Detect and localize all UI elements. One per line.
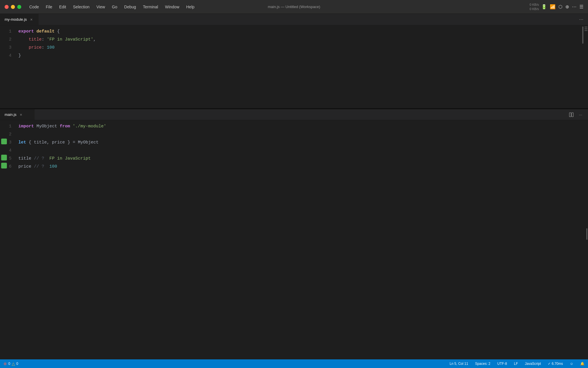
maximize-button[interactable] (17, 5, 21, 9)
menu-terminal[interactable]: Terminal (140, 5, 162, 9)
split-icon (569, 112, 574, 117)
gutter-icon-line6 (1, 163, 7, 168)
minimap-line-2 (585, 28, 587, 29)
var-myobject: MyObject (36, 122, 57, 131)
menu-file[interactable]: File (42, 5, 56, 9)
menu-go[interactable]: Go (109, 5, 121, 9)
prop-title: title (29, 36, 42, 44)
ans-title-val: FP in JavaScript (49, 155, 91, 163)
b-line-num-1: 1 (0, 122, 11, 131)
error-count: 0 (8, 362, 10, 366)
menu-help[interactable]: Help (183, 5, 198, 9)
status-errors[interactable]: ⊗ 0 △ 0 (0, 359, 22, 368)
menu-debug[interactable]: Debug (121, 5, 140, 9)
comment-q-5: // ? (34, 155, 44, 163)
top-code-content[interactable]: export default { title : 'FP in JavaScri… (16, 25, 580, 108)
gutter-icon-line3 (1, 139, 7, 144)
status-right: Ln 5, Col 11 Spaces: 2 UTF-8 LF JavaScri… (446, 359, 588, 368)
menu-window[interactable]: Window (162, 5, 183, 9)
b-code-line-2 (18, 131, 584, 139)
str-fp-in-js: 'FP in JavaScript' (47, 36, 93, 44)
bottom-scrollbar (584, 120, 588, 348)
line-num-2: 2 (0, 36, 11, 44)
brace-open: { (57, 28, 60, 36)
menu-selection[interactable]: Selection (69, 5, 93, 9)
num-100-top: 100 (47, 44, 55, 52)
tab-my-module[interactable]: my-module.js × (0, 14, 38, 25)
top-tab-bar: my-module.js × ··· (0, 14, 588, 25)
tab-main-js[interactable]: main.js × (0, 109, 34, 120)
tab-my-module-close[interactable]: × (29, 17, 34, 22)
title-bar-left: Code File Edit Selection View Go Debug T… (0, 5, 198, 9)
b-line-num-2: 2 (0, 131, 11, 139)
top-pane-more[interactable]: ··· (575, 16, 588, 22)
minimap-line-3 (585, 30, 587, 31)
bottom-code-content[interactable]: import MyObject from './my-module' let {… (16, 120, 584, 348)
status-bell[interactable]: 🔔 (577, 359, 588, 368)
top-minimap (584, 25, 588, 108)
status-encoding[interactable]: UTF-8 (494, 359, 510, 368)
var-myobject-ref: MyObject (78, 139, 98, 147)
extra-icon: ⋯ (572, 4, 577, 9)
code-line-2: title : 'FP in JavaScript' , (18, 36, 580, 44)
window-title: main.js — Untitled (Workspace) (268, 5, 320, 9)
bottom-line-numbers: 1 2 3 4 5 6 (0, 120, 16, 348)
network-down: 0 KB/s (530, 7, 539, 11)
brace-close: } (18, 52, 21, 60)
bottom-pane-more[interactable]: ··· (577, 111, 585, 119)
tab-main-js-close[interactable]: × (19, 112, 23, 117)
top-minimap-thumb (582, 26, 583, 44)
bottom-tab-bar: main.js × ··· (0, 109, 588, 120)
svg-rect-0 (569, 113, 571, 117)
bottom-editor-pane: 1 2 3 4 5 6 import MyObject from './my-m… (0, 120, 588, 348)
status-bar: ⊗ 0 △ 0 Ln 5, Col 11 Spaces: 2 UTF-8 LF … (0, 359, 588, 368)
menu-code[interactable]: Code (26, 5, 42, 9)
svg-rect-1 (572, 113, 573, 117)
split-editor-button[interactable] (567, 111, 575, 119)
b-code-line-3: let { title , price } = MyObject (18, 139, 584, 147)
status-line-ending[interactable]: LF (510, 359, 521, 368)
line-num-4: 4 (0, 52, 11, 60)
menu-view[interactable]: View (93, 5, 109, 9)
status-left: ⊗ 0 △ 0 (0, 359, 22, 368)
minimap-line-1 (585, 26, 587, 28)
top-scrollbar-area (580, 25, 584, 108)
airdrop-icon: ⊕ (565, 4, 569, 9)
top-editor-pane: 1 2 3 4 export default { title : 'FP in … (0, 25, 588, 109)
kw-let: let (18, 139, 26, 147)
bottom-scroll-thumb (586, 228, 587, 240)
status-cursor-pos[interactable]: Ln 5, Col 11 (446, 359, 472, 368)
status-language[interactable]: JavaScript (521, 359, 544, 368)
var-title-ref: title (18, 155, 31, 163)
pane-actions: ··· (567, 111, 588, 119)
wifi-icon: 📶 (550, 4, 556, 9)
code-line-1: export default { (18, 28, 580, 36)
str-module-path: './my-module' (73, 122, 106, 131)
tab-main-js-label: main.js (5, 112, 16, 117)
b-code-line-6: price // ? 100 (18, 163, 584, 171)
line-num-1: 1 (0, 28, 11, 36)
kw-import: import (18, 122, 34, 131)
var-price: price (52, 139, 65, 147)
bluetooth-icon: ⬡ (558, 4, 562, 9)
title-bar: Code File Edit Selection View Go Debug T… (0, 0, 588, 14)
network-info: 0 KB/s 0 KB/s (530, 3, 539, 11)
gutter-icon-line5 (1, 155, 7, 160)
tab-my-module-label: my-module.js (5, 17, 27, 22)
system-icons: 🔋 📶 ⬡ ⊕ ⋯ ☰ (541, 4, 583, 9)
status-spaces[interactable]: Spaces: 2 (472, 359, 494, 368)
b-line-num-4: 4 (0, 147, 11, 155)
line-num-3: 3 (0, 44, 11, 52)
warning-count: 0 (16, 362, 18, 366)
code-line-4: } (18, 52, 580, 60)
menu-edit[interactable]: Edit (56, 5, 69, 9)
menu-bar: Code File Edit Selection View Go Debug T… (26, 5, 198, 9)
error-icon: ⊗ (3, 361, 7, 366)
status-feedback[interactable]: ☺ (566, 359, 577, 368)
traffic-lights (0, 5, 26, 9)
list-icon: ☰ (579, 4, 583, 9)
minimize-button[interactable] (11, 5, 15, 9)
var-title: title (34, 139, 47, 147)
prop-price: price (29, 44, 42, 52)
close-button[interactable] (5, 5, 9, 9)
